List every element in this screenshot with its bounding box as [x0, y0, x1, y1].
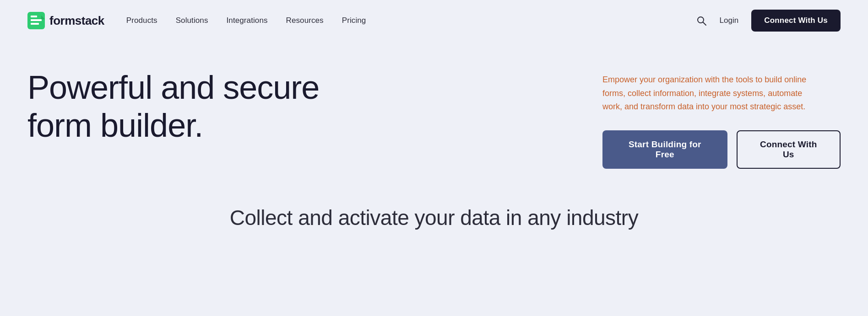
connect-with-us-nav-button[interactable]: Connect With Us — [751, 10, 841, 32]
formstack-logo-icon — [27, 12, 45, 29]
nav-link-solutions[interactable]: Solutions — [176, 16, 208, 25]
start-building-button[interactable]: Start Building for Free — [602, 130, 727, 169]
navbar: formstack Products Solutions Integration… — [0, 0, 868, 41]
nav-item-integrations[interactable]: Integrations — [227, 16, 268, 25]
tagline-section: Collect and activate your data in any in… — [0, 187, 868, 239]
search-svg — [696, 15, 707, 26]
nav-link-pricing[interactable]: Pricing — [342, 16, 366, 25]
nav-links: Products Solutions Integrations Resource… — [126, 16, 366, 25]
svg-rect-3 — [31, 23, 39, 25]
tagline-text: Collect and activate your data in any in… — [27, 205, 841, 230]
svg-line-6 — [703, 22, 706, 26]
nav-item-products[interactable]: Products — [126, 16, 157, 25]
hero-title: Powerful and secure form builder. — [27, 69, 339, 145]
logo-text: formstack — [49, 14, 104, 28]
nav-link-integrations[interactable]: Integrations — [227, 16, 268, 25]
hero-description: Empower your organization with the tools… — [602, 73, 822, 114]
navbar-left: formstack Products Solutions Integration… — [27, 12, 366, 29]
hero-section: Powerful and secure form builder. Empowe… — [0, 41, 868, 187]
hero-right: Empower your organization with the tools… — [602, 69, 841, 169]
nav-item-solutions[interactable]: Solutions — [176, 16, 208, 25]
hero-buttons: Start Building for Free Connect With Us — [602, 130, 841, 169]
login-link[interactable]: Login — [720, 16, 739, 25]
hero-left: Powerful and secure form builder. — [27, 69, 602, 145]
nav-link-resources[interactable]: Resources — [286, 16, 324, 25]
nav-item-resources[interactable]: Resources — [286, 16, 324, 25]
logo[interactable]: formstack — [27, 12, 104, 29]
connect-with-us-hero-button[interactable]: Connect With Us — [737, 130, 841, 169]
svg-rect-2 — [31, 19, 42, 21]
navbar-right: Login Connect With Us — [696, 10, 841, 32]
search-icon[interactable] — [696, 15, 707, 26]
nav-item-pricing[interactable]: Pricing — [342, 16, 366, 25]
nav-link-products[interactable]: Products — [126, 16, 157, 25]
svg-rect-1 — [31, 16, 37, 17]
